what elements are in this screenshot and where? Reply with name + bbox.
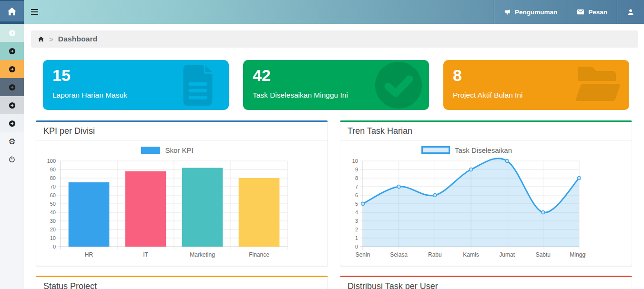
bullhorn-icon bbox=[504, 9, 511, 16]
circle-arrow-icon bbox=[9, 66, 16, 73]
legend-label: Skor KPI bbox=[165, 146, 193, 154]
announcements-label: Pengumuman bbox=[515, 9, 557, 16]
bottom-panels-row: Status Project Distribusi Task per User bbox=[36, 276, 632, 289]
line-chart-tren-task-harian: 012345678910SeninSelasaRabuKamisJumatSab… bbox=[348, 157, 586, 260]
svg-text:80: 80 bbox=[50, 175, 56, 181]
home-icon bbox=[38, 36, 44, 42]
folder-open-icon bbox=[571, 63, 624, 108]
legend-label: Task Diselesaikan bbox=[455, 146, 512, 154]
legend-swatch bbox=[141, 147, 160, 154]
svg-text:8: 8 bbox=[355, 175, 358, 181]
power-icon bbox=[8, 156, 16, 163]
svg-text:Kamis: Kamis bbox=[463, 251, 479, 258]
panel-title: KPI per Divisi bbox=[36, 122, 327, 141]
svg-text:30: 30 bbox=[50, 218, 56, 224]
sidebar-nav: ⚙ bbox=[0, 24, 24, 289]
svg-text:Finance: Finance bbox=[249, 251, 269, 258]
circle-arrow-icon bbox=[9, 102, 16, 109]
svg-text:7: 7 bbox=[355, 184, 358, 189]
stat-card-task: 42 Task Diselesaikan Minggu Ini bbox=[243, 60, 429, 110]
envelope-icon bbox=[577, 9, 584, 15]
legend-swatch bbox=[421, 146, 450, 154]
sidebar-item-3[interactable] bbox=[0, 60, 24, 78]
breadcrumb-current-page: Dashboard bbox=[58, 35, 98, 43]
svg-text:Selasa: Selasa bbox=[390, 251, 408, 258]
gear-icon: ⚙ bbox=[8, 137, 15, 146]
svg-text:6: 6 bbox=[355, 192, 358, 198]
stat-cards-row: 15 Laporan Harian Masuk 42 Task Diselesa… bbox=[43, 60, 629, 110]
user-icon bbox=[627, 8, 634, 16]
chart-legend: Skor KPI bbox=[43, 146, 291, 154]
messages-label: Pesan bbox=[588, 9, 607, 16]
panel-title: Status Project bbox=[36, 277, 327, 289]
svg-text:60: 60 bbox=[50, 192, 56, 198]
panel-kpi-per-divisi: KPI per Divisi Skor KPI 0102030405060708… bbox=[36, 120, 328, 266]
announcements-button[interactable]: Pengumuman bbox=[494, 0, 567, 24]
messages-button[interactable]: Pesan bbox=[567, 0, 617, 24]
svg-text:IT: IT bbox=[143, 251, 148, 258]
svg-text:0: 0 bbox=[355, 244, 358, 249]
svg-text:9: 9 bbox=[355, 167, 358, 172]
breadcrumb: > Dashboard bbox=[31, 30, 638, 48]
svg-text:1: 1 bbox=[355, 235, 358, 241]
hamburger-icon bbox=[31, 9, 38, 10]
sidebar-item-logout[interactable] bbox=[0, 150, 24, 169]
sidebar-item-5[interactable] bbox=[0, 96, 24, 114]
legend-item-task-diselesaikan[interactable]: Task Diselesaikan bbox=[421, 146, 512, 154]
svg-text:0: 0 bbox=[53, 244, 56, 249]
circle-arrow-icon bbox=[9, 48, 16, 55]
stat-card-laporan: 15 Laporan Harian Masuk bbox=[43, 60, 229, 110]
svg-text:2: 2 bbox=[355, 227, 358, 232]
breadcrumb-separator: > bbox=[49, 35, 53, 43]
svg-text:Rabu: Rabu bbox=[428, 251, 442, 258]
svg-text:90: 90 bbox=[50, 167, 56, 172]
bar-chart-kpi-per-divisi: 0102030405060708090100HRITMarketingFinan… bbox=[43, 157, 291, 260]
sidebar-toggle-button[interactable] bbox=[24, 0, 45, 24]
svg-text:70: 70 bbox=[50, 184, 56, 189]
breadcrumb-home-link[interactable] bbox=[38, 36, 44, 42]
file-text-icon bbox=[177, 62, 218, 108]
svg-text:Sabtu: Sabtu bbox=[536, 251, 551, 258]
panel-status-project: Status Project bbox=[36, 276, 328, 289]
circle-arrow-icon bbox=[9, 30, 16, 37]
svg-text:3: 3 bbox=[355, 218, 358, 224]
svg-text:10: 10 bbox=[352, 158, 358, 164]
brand-home-button[interactable] bbox=[0, 0, 24, 24]
sidebar-item-4[interactable] bbox=[0, 78, 24, 96]
user-menu-button[interactable] bbox=[617, 0, 644, 24]
main-content: > Dashboard 15 Laporan Harian Masuk 42 T… bbox=[24, 24, 644, 289]
sidebar-item-6[interactable] bbox=[0, 114, 24, 132]
svg-text:100: 100 bbox=[47, 158, 56, 164]
svg-text:Minggu: Minggu bbox=[570, 251, 586, 258]
stat-card-project: 8 Project Aktif Bulan Ini bbox=[443, 60, 629, 110]
svg-text:Jumat: Jumat bbox=[499, 251, 515, 258]
panel-tren-task-harian: Tren Task Harian Task Diselesaikan 01234… bbox=[340, 120, 632, 266]
sidebar-item-1[interactable] bbox=[0, 24, 24, 42]
circle-arrow-icon bbox=[9, 84, 16, 91]
home-icon bbox=[7, 6, 17, 17]
svg-text:40: 40 bbox=[50, 209, 56, 215]
svg-text:4: 4 bbox=[355, 209, 358, 215]
panel-distribusi-task-per-user: Distribusi Task per User bbox=[340, 276, 632, 289]
svg-text:50: 50 bbox=[50, 201, 56, 207]
circle-arrow-icon bbox=[9, 120, 16, 127]
sidebar-item-2[interactable] bbox=[0, 42, 24, 60]
svg-text:10: 10 bbox=[50, 235, 56, 241]
legend-item-skor-kpi[interactable]: Skor KPI bbox=[141, 146, 193, 154]
svg-text:20: 20 bbox=[50, 227, 56, 232]
panel-title: Distribusi Task per User bbox=[340, 277, 632, 289]
svg-text:HR: HR bbox=[85, 251, 93, 258]
navbar-actions: Pengumuman Pesan bbox=[494, 0, 644, 24]
svg-text:Marketing: Marketing bbox=[190, 251, 215, 258]
panel-title: Tren Task Harian bbox=[340, 122, 632, 141]
chart-legend: Task Diselesaikan bbox=[348, 146, 586, 154]
check-circle-icon bbox=[375, 61, 422, 109]
top-navbar: Pengumuman Pesan bbox=[0, 0, 644, 24]
charts-row: KPI per Divisi Skor KPI 0102030405060708… bbox=[36, 120, 632, 266]
sidebar-item-settings[interactable]: ⚙ bbox=[0, 132, 24, 150]
svg-text:5: 5 bbox=[355, 201, 358, 207]
svg-text:Senin: Senin bbox=[356, 251, 370, 258]
